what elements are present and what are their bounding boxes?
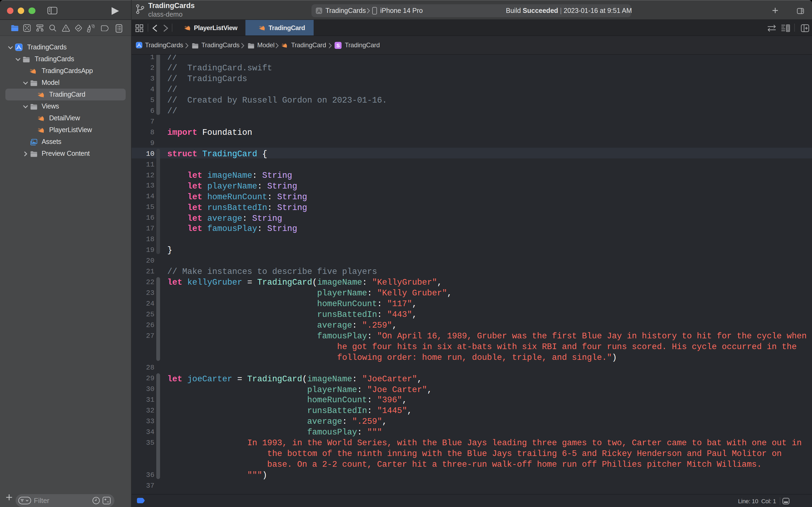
svg-text:S: S [337, 43, 340, 48]
